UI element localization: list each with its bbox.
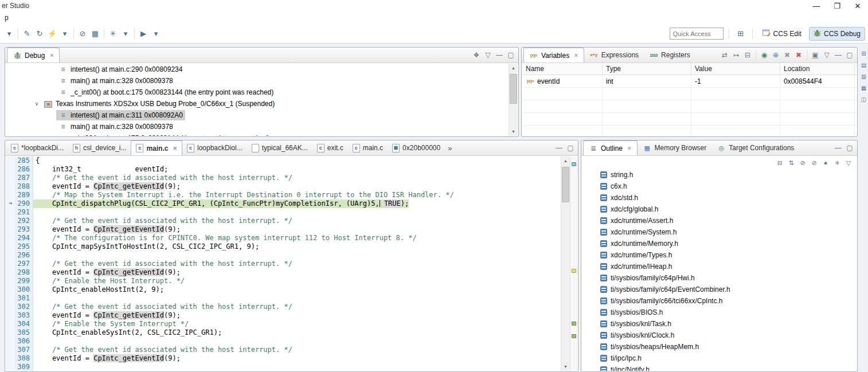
memory-view-icon[interactable]: ▦	[89, 28, 101, 40]
clear-console-icon[interactable]: ⊘	[76, 28, 89, 40]
overview-annotation-mark[interactable]	[572, 322, 576, 326]
editor-tab-0x20b00000[interactable]: ▦0x20b00000	[388, 140, 445, 155]
code-line[interactable]: 309	[6, 363, 561, 371]
debug-frame-row[interactable]: intertest() at main.c:311 0x008092A0	[6, 109, 508, 121]
editor-tab-typical-66ak[interactable]: typical_66AK...	[247, 140, 312, 155]
code-line[interactable]: 297 /* Get the event id associated with …	[6, 260, 561, 268]
outline-item[interactable]: ti/sysbios/heaps/HeapMem.h	[582, 341, 857, 353]
flash-icon[interactable]: ⚡	[46, 28, 58, 40]
outline-item[interactable]: xdc/runtime/Memory.h	[582, 238, 857, 249]
pin-view-icon[interactable]: ◉	[758, 49, 770, 61]
editor-tab-exit-c[interactable]: cexit.c	[312, 140, 348, 155]
editor-tab-main-c[interactable]: cmain.c✕	[131, 140, 182, 155]
outline-item[interactable]: ti/sysbios/knl/Task.h	[582, 318, 857, 330]
code-lines[interactable]: 285{286 int32_t eventId;287 /* Get the e…	[6, 156, 561, 371]
outline-item[interactable]: string.h	[582, 169, 857, 181]
code-line[interactable]: 295 CpIntc_mapSysIntToHostInt(2, CSL_CIC…	[6, 242, 561, 251]
filter-icon[interactable]: ✳	[831, 158, 843, 168]
editor-tab-loopbackdi[interactable]: c*loopbackDi...	[6, 140, 68, 155]
code-line[interactable]: 293 eventId = CpIntc_getEventId(9);	[6, 225, 561, 234]
code-line[interactable]: 296	[6, 251, 561, 260]
code-line[interactable]: 303 eventId = CpIntc_getEventId(9);	[6, 311, 561, 320]
remove-all-icon[interactable]: ✖	[793, 49, 804, 61]
tab-debug[interactable]: Debug ✕	[7, 48, 60, 62]
column-header-location[interactable]: Location	[780, 64, 855, 75]
column-header-type[interactable]: Type	[603, 64, 691, 75]
debug-thread-row[interactable]: ∨Texas Instruments XDS2xx USB Debug Prob…	[6, 98, 508, 109]
connect-target-icon[interactable]: ▶	[137, 28, 150, 40]
menu-item-help[interactable]: p	[2, 13, 11, 23]
editor-tab-main-c[interactable]: cmain.c	[348, 140, 388, 155]
code-line[interactable]: ➜290 CpIntc_dispatchPlug(CSL_CIC2_IPC_GR…	[6, 199, 561, 208]
quick-access-input[interactable]	[670, 28, 724, 40]
code-line[interactable]: 307 /* Get the event id associated with …	[6, 346, 561, 354]
layout-icon[interactable]: ▣	[810, 49, 821, 61]
code-line[interactable]: 286 int32_t eventId;	[6, 165, 561, 174]
minimize-view-icon[interactable]: —	[832, 142, 844, 154]
view-menu-icon[interactable]: ▽	[821, 49, 832, 61]
outline-item[interactable]: xdc/cfg/global.h	[582, 203, 857, 215]
tab-overflow-chevron[interactable]: »	[445, 144, 455, 152]
overview-annotation-mark[interactable]	[572, 334, 576, 338]
scroll-thumb[interactable]	[562, 167, 569, 202]
outline-item[interactable]: xdc/runtime/Assert.h	[582, 215, 857, 226]
editor-scrollbar[interactable]: ▲ ▼	[561, 156, 570, 371]
show-logical-structure-icon[interactable]: ↦	[730, 49, 742, 61]
code-line[interactable]: 289 /* Map the System Interrupt i.e. the…	[6, 191, 561, 199]
remove-icon[interactable]: ✖	[781, 49, 793, 61]
minimize-view-icon[interactable]: —	[494, 49, 505, 61]
debug-view-toolbar-icon[interactable]: ❖	[471, 49, 482, 61]
code-line[interactable]: 298 eventId = CpIntc_getEventId(9);	[6, 268, 561, 277]
outline-item[interactable]: ti/sysbios/family/c64p/EventCombiner.h	[582, 284, 857, 295]
collapse-all-icon[interactable]: ⊟	[742, 49, 753, 61]
view-menu-icon[interactable]: ▽	[482, 49, 494, 61]
scroll-thumb[interactable]	[510, 74, 517, 104]
variable-row[interactable]: eventIdint-10x008544F4	[522, 75, 857, 88]
tab-target-configurations[interactable]: Target Configurations	[711, 140, 799, 155]
restart-icon[interactable]: ↻	[33, 28, 46, 40]
scroll-up-icon[interactable]: ▲	[509, 64, 518, 72]
add-watch-icon[interactable]: ⊕	[770, 49, 781, 61]
debug-frame-row[interactable]: intertest() at main.c:290 0x00809234	[6, 64, 508, 75]
hide-static-members-icon[interactable]: ⊘	[808, 158, 820, 168]
outline-item[interactable]: ti/sysbios/family/c66/tci66xx/CpIntc.h	[582, 295, 857, 307]
outline-item[interactable]: ti/sysbios/family/c64p/Hwi.h	[582, 272, 857, 284]
code-line[interactable]: 299 /* Enable the Host Interrupt. */	[6, 277, 561, 285]
column-header-name[interactable]: Name	[522, 64, 603, 75]
debug-frame-row[interactable]: main() at main.c:328 0x00809378	[6, 75, 508, 87]
maximize-button[interactable]: ❐	[827, 0, 847, 11]
maximize-view-icon[interactable]: ▢	[505, 49, 517, 61]
outline-item[interactable]: xdc/runtime/IHeap.h	[582, 261, 857, 272]
ccs-debug-button[interactable]: CCS Debug	[809, 27, 865, 41]
code-line[interactable]: 301	[6, 294, 561, 303]
minimized-view-icon-2[interactable]: ▥	[860, 72, 868, 80]
debug-frame-row[interactable]: c_int00() at boot.c:175 0x00823144 (the …	[6, 132, 508, 136]
hide-non-public-icon[interactable]: ●	[820, 158, 831, 168]
new-dropdown-icon[interactable]: ▾	[3, 28, 15, 40]
close-button[interactable]: ✕	[847, 0, 868, 11]
code-line[interactable]: 292 /* Get the event id associated with …	[6, 217, 561, 225]
code-line[interactable]: 285{	[6, 156, 561, 165]
breakpoint-dropdown-icon[interactable]: ▾	[119, 28, 132, 40]
view-menu-icon[interactable]: ▽	[843, 158, 854, 168]
minimized-view-icon-4[interactable]: ◫	[860, 95, 868, 103]
code-line[interactable]: 304 /* Enable the System Interrupt */	[6, 320, 561, 328]
open-perspective-icon[interactable]: ⊞	[734, 28, 747, 40]
code-line[interactable]: 300 CpIntc_enableHostInt(2, 9);	[6, 285, 561, 294]
scroll-up-icon[interactable]: ▲	[561, 156, 570, 165]
code-line[interactable]: 305 CpIntc_enableSysInt(2, CSL_CIC2_IPC_…	[6, 328, 561, 337]
outline-item[interactable]: ti/ipc/Ipc.h	[582, 353, 857, 364]
outline-item[interactable]: ti/sysbios/BIOS.h	[582, 307, 857, 318]
minimize-view-icon[interactable]: —	[832, 49, 844, 61]
tab-expressions[interactable]: Expressions	[584, 48, 644, 62]
edit-icon[interactable]: ✎	[21, 28, 33, 40]
overview-annotation-mark[interactable]	[572, 269, 576, 273]
code-line[interactable]: 287 /* Get the event id associated with …	[6, 174, 561, 182]
scroll-down-icon[interactable]: ▼	[561, 362, 570, 371]
code-line[interactable]: 288 eventId = CpIntc_getEventId(9);	[6, 182, 561, 191]
breakpoint-icon[interactable]: ✳	[107, 28, 119, 40]
close-icon[interactable]: ✕	[173, 146, 177, 151]
debug-scrollbar[interactable]: ▲ ▼	[509, 64, 518, 136]
maximize-view-icon[interactable]: ▢	[565, 142, 576, 154]
expander-icon[interactable]: ∨	[32, 101, 41, 107]
